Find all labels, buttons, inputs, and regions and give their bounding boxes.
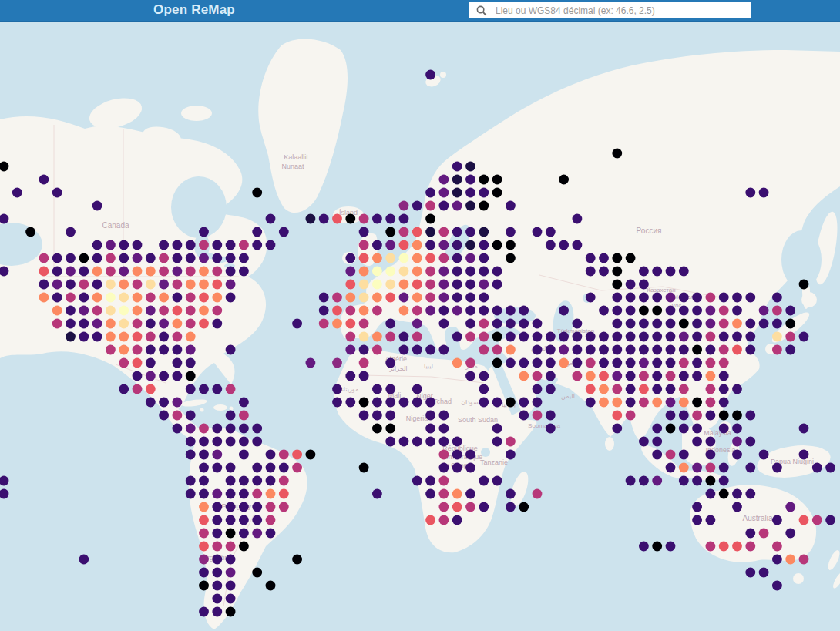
grid-dot[interactable] — [652, 345, 662, 355]
grid-dot[interactable] — [666, 371, 676, 381]
grid-dot[interactable] — [292, 319, 302, 329]
grid-dot[interactable] — [52, 306, 62, 316]
grid-dot[interactable] — [772, 542, 782, 552]
grid-dot[interactable] — [519, 502, 529, 512]
grid-dot[interactable] — [452, 358, 462, 368]
grid-dot[interactable] — [106, 267, 116, 277]
grid-dot[interactable] — [626, 319, 636, 329]
grid-dot[interactable] — [332, 306, 342, 316]
grid-dot[interactable] — [199, 529, 209, 539]
grid-dot[interactable] — [479, 240, 489, 250]
grid-dot[interactable] — [666, 319, 676, 329]
grid-dot[interactable] — [372, 214, 382, 224]
grid-dot[interactable] — [39, 293, 49, 303]
grid-dot[interactable] — [533, 411, 543, 421]
grid-dot[interactable] — [465, 293, 475, 303]
grid-dot[interactable] — [106, 332, 116, 342]
grid-dot[interactable] — [173, 293, 183, 303]
grid-dot[interactable] — [452, 502, 462, 512]
grid-dot[interactable] — [186, 332, 196, 342]
grid-dot[interactable] — [506, 489, 516, 499]
grid-dot[interactable] — [465, 306, 475, 316]
grid-dot[interactable] — [506, 398, 516, 408]
grid-dot[interactable] — [492, 267, 502, 277]
grid-dot[interactable] — [133, 267, 143, 277]
search-input[interactable] — [494, 2, 751, 19]
grid-dot[interactable] — [226, 568, 236, 578]
grid-dot[interactable] — [359, 398, 369, 408]
grid-dot[interactable] — [359, 463, 369, 473]
grid-dot[interactable] — [479, 280, 489, 290]
grid-dot[interactable] — [186, 253, 196, 263]
grid-dot[interactable] — [226, 502, 236, 512]
grid-dot[interactable] — [239, 398, 249, 408]
grid-dot[interactable] — [359, 214, 369, 224]
map-container[interactable]: CanadaKalaallitNunaatÍslandРоссияКазахст… — [0, 21, 840, 631]
grid-dot[interactable] — [666, 424, 676, 434]
grid-dot[interactable] — [492, 188, 502, 198]
grid-dot[interactable] — [425, 280, 435, 290]
grid-dot[interactable] — [226, 437, 236, 447]
grid-dot[interactable] — [479, 267, 489, 277]
grid-dot[interactable] — [359, 267, 369, 277]
grid-dot[interactable] — [706, 398, 716, 408]
grid-dot[interactable] — [812, 515, 822, 525]
grid-dot[interactable] — [252, 476, 262, 486]
grid-dot[interactable] — [465, 227, 475, 237]
grid-dot[interactable] — [133, 358, 143, 368]
grid-dot[interactable] — [279, 227, 289, 237]
grid-dot[interactable] — [679, 267, 689, 277]
grid-dot[interactable] — [465, 253, 475, 263]
grid-dot[interactable] — [212, 463, 222, 473]
grid-dot[interactable] — [573, 371, 583, 381]
grid-dot[interactable] — [212, 555, 222, 565]
grid-dot[interactable] — [385, 227, 395, 237]
grid-dot[interactable] — [439, 201, 449, 211]
grid-dot[interactable] — [212, 450, 222, 460]
grid-dot[interactable] — [199, 581, 209, 591]
grid-dot[interactable] — [692, 358, 702, 368]
grid-dot[interactable] — [639, 280, 649, 290]
grid-dot[interactable] — [92, 306, 102, 316]
grid-dot[interactable] — [332, 293, 342, 303]
grid-dot[interactable] — [652, 384, 662, 394]
grid-dot[interactable] — [399, 398, 409, 408]
grid-dot[interactable] — [425, 411, 435, 421]
grid-dot[interactable] — [706, 463, 716, 473]
grid-dot[interactable] — [706, 384, 716, 394]
grid-dot[interactable] — [372, 332, 382, 342]
grid-dot[interactable] — [173, 345, 183, 355]
grid-dot[interactable] — [719, 345, 729, 355]
grid-dot[interactable] — [465, 332, 475, 342]
grid-dot[interactable] — [732, 450, 742, 460]
grid-dot[interactable] — [666, 463, 676, 473]
grid-dot[interactable] — [106, 293, 116, 303]
grid-dot[interactable] — [519, 398, 529, 408]
grid-dot[interactable] — [239, 437, 249, 447]
grid-dot[interactable] — [465, 371, 475, 381]
grid-dot[interactable] — [732, 319, 742, 329]
grid-dot[interactable] — [812, 463, 822, 473]
grid-dot[interactable] — [372, 293, 382, 303]
grid-dot[interactable] — [226, 594, 236, 604]
grid-dot[interactable] — [345, 345, 355, 355]
grid-dot[interactable] — [212, 306, 222, 316]
grid-dot[interactable] — [279, 489, 289, 499]
grid-dot[interactable] — [439, 411, 449, 421]
grid-dot[interactable] — [785, 345, 795, 355]
grid-dot[interactable] — [119, 306, 129, 316]
grid-dot[interactable] — [479, 175, 489, 185]
grid-dot[interactable] — [226, 293, 236, 303]
grid-dot[interactable] — [586, 267, 596, 277]
grid-dot[interactable] — [759, 306, 769, 316]
grid-dot[interactable] — [425, 489, 435, 499]
grid-dot[interactable] — [492, 319, 502, 329]
grid-dot[interactable] — [452, 267, 462, 277]
grid-dot[interactable] — [719, 424, 729, 434]
grid-dot[interactable] — [186, 358, 196, 368]
search-box[interactable] — [469, 2, 751, 18]
grid-dot[interactable] — [199, 515, 209, 525]
grid-dot[interactable] — [252, 424, 262, 434]
grid-dot[interactable] — [666, 267, 676, 277]
grid-dot[interactable] — [506, 227, 516, 237]
